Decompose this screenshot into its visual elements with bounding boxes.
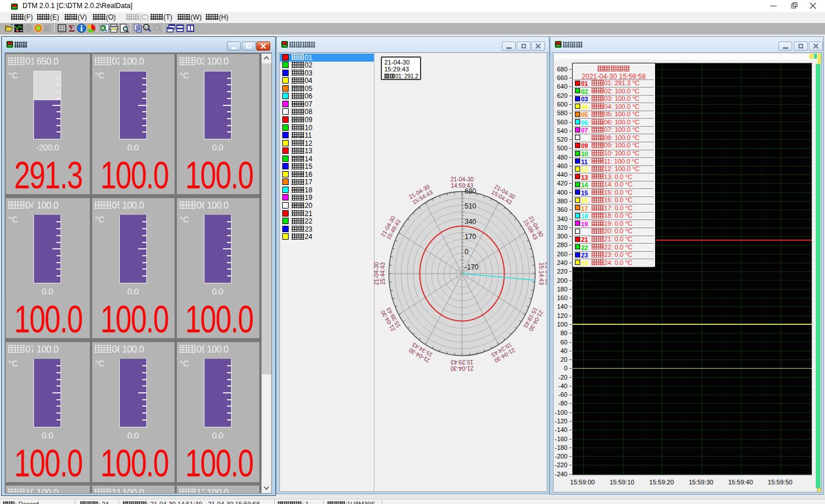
svg-text:14:59:43: 14:59:43 — [451, 183, 474, 189]
svg-text:340: 340 — [465, 218, 476, 226]
svg-text:21-04-30: 21-04-30 — [451, 176, 474, 183]
svg-text:21-04-30: 21-04-30 — [451, 365, 474, 372]
svg-text:510: 510 — [465, 202, 476, 210]
svg-text:Σ: Σ — [68, 23, 74, 33]
svg-text:0: 0 — [465, 248, 469, 256]
svg-text:-170: -170 — [465, 263, 479, 271]
svg-text:15:29:43: 15:29:43 — [451, 359, 473, 365]
svg-text:15:14:43: 15:14:43 — [538, 263, 544, 285]
svg-text:21-04-30: 21-04-30 — [373, 262, 380, 285]
svg-text:170: 170 — [465, 233, 476, 241]
svg-text:15:44:43: 15:44:43 — [380, 262, 386, 285]
